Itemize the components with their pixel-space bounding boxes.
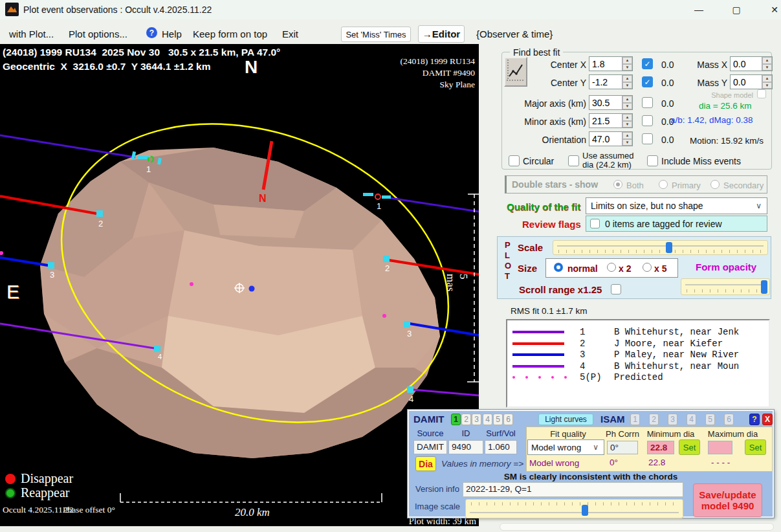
help-icon[interactable]: ? — [146, 27, 157, 38]
include-miss-checkbox[interactable] — [647, 155, 658, 166]
min-dia-field[interactable]: 22.8 — [647, 441, 674, 454]
save-update-button[interactable]: Save/update model 9490 — [693, 483, 762, 517]
mass-y-field[interactable]: ▲▼ — [730, 74, 773, 89]
center-y-input[interactable] — [589, 75, 622, 89]
set-max-button[interactable]: Set — [745, 439, 766, 455]
light-curves-button[interactable]: Light curves — [538, 414, 593, 425]
damit-model-4-button[interactable]: 4 — [483, 414, 492, 425]
review-flags-checkbox[interactable] — [590, 219, 600, 228]
observer-number: 5(P) — [580, 372, 602, 382]
isam-3-button[interactable]: 3 — [668, 414, 677, 425]
size-normal-radio[interactable] — [554, 263, 563, 272]
menu-exit[interactable]: Exit — [282, 28, 298, 39]
observer-row[interactable]: 5(P) Predicted — [507, 371, 769, 383]
spin-up-icon[interactable]: ▲ — [622, 132, 632, 139]
minor-axis-input[interactable] — [589, 114, 622, 127]
spin-down-icon[interactable]: ▼ — [622, 64, 632, 71]
isam-2-button[interactable]: 2 — [649, 414, 659, 425]
observer-row[interactable]: 1 B Whitehurst, near Jenk — [507, 326, 769, 338]
center-x-field[interactable]: ▲▼ — [589, 56, 633, 71]
orientation-input[interactable] — [589, 132, 622, 146]
major-axis-checkbox[interactable] — [642, 97, 653, 108]
sky-plane-plot[interactable]: (24018) 1999 RU134 2025 Nov 30 30.5 x 21… — [0, 44, 479, 526]
isam-4-button[interactable]: 4 — [687, 414, 696, 425]
primary-radio[interactable] — [659, 180, 668, 189]
spin-up-icon[interactable]: ▲ — [622, 75, 632, 82]
observer-row[interactable]: 2 J Moore, near Kiefer — [507, 338, 769, 349]
plot-letter-o: O — [505, 261, 511, 271]
form-opacity-thumb[interactable] — [761, 280, 767, 294]
damit-help-icon[interactable]: ? — [749, 414, 760, 425]
shape-model-checkbox[interactable] — [757, 89, 766, 98]
both-radio[interactable] — [613, 180, 622, 189]
observer-list[interactable]: 1 B Whitehurst, near Jenk 2 J Moore, nea… — [506, 319, 770, 408]
major-axis-field[interactable]: ▲▼ — [589, 95, 633, 110]
editor-button[interactable]: →Editor — [418, 25, 465, 43]
max-dia-field[interactable] — [708, 441, 732, 454]
isam-5-button[interactable]: 5 — [705, 414, 715, 425]
scale-slider-thumb[interactable] — [666, 242, 672, 253]
mass-x-input[interactable] — [731, 57, 762, 71]
close-icon[interactable]: ✕ — [765, 3, 781, 17]
form-opacity-slider[interactable] — [681, 278, 770, 295]
circular-checkbox[interactable] — [509, 155, 520, 166]
observer-row[interactable]: 3 P Maley, near New River — [507, 349, 769, 360]
set-min-button[interactable]: Set — [679, 439, 700, 455]
image-scale-slider[interactable] — [465, 499, 683, 518]
damit-close-icon[interactable]: X — [762, 414, 773, 425]
minor-axis-field[interactable]: ▲▼ — [589, 113, 633, 128]
major-axis-input[interactable] — [589, 96, 622, 109]
spin-down-icon[interactable]: ▼ — [622, 139, 632, 146]
chord-4-label: 4 — [158, 353, 162, 360]
menu-plot-options[interactable]: Plot options... — [69, 28, 127, 39]
damit-model-6-button[interactable]: 6 — [503, 414, 513, 425]
spin-up-icon[interactable]: ▲ — [762, 57, 772, 64]
center-x-checkbox[interactable]: ✓ — [642, 58, 653, 69]
center-x-input[interactable] — [589, 57, 622, 71]
size-x5-radio[interactable] — [643, 263, 652, 272]
center-y-field[interactable]: ▲▼ — [589, 74, 633, 89]
spin-up-icon[interactable]: ▲ — [622, 96, 632, 103]
spin-up-icon[interactable]: ▲ — [622, 57, 632, 64]
version-info-field[interactable]: 2022-11-29, Q=1 — [463, 482, 683, 497]
ph-corrn-field[interactable]: 0° — [607, 441, 638, 454]
quality-dropdown[interactable]: Limits on size, but no shape ∨ — [586, 197, 767, 214]
orientation-checkbox[interactable] — [642, 133, 653, 144]
observer-row[interactable]: 4 B Whitehurst, near Moun — [507, 360, 769, 372]
center-y-checkbox[interactable]: ✓ — [642, 76, 653, 87]
orientation-field[interactable]: ▲▼ — [589, 131, 633, 146]
scroll-range-checkbox[interactable] — [611, 284, 621, 294]
damit-model-1-button[interactable]: 1 — [451, 414, 461, 425]
mass-x-field[interactable]: ▲▼ — [730, 56, 773, 71]
use-assumed-checkbox[interactable] — [568, 155, 579, 166]
menu-keep-on-top[interactable]: Keep form on top — [193, 28, 267, 39]
size-x2-radio[interactable] — [607, 263, 616, 272]
minimize-icon[interactable]: — — [689, 3, 709, 17]
isam-6-button[interactable]: 6 — [724, 414, 734, 425]
spin-down-icon[interactable]: ▼ — [622, 82, 632, 89]
set-miss-times-button[interactable]: Set 'Miss' Times — [341, 27, 411, 42]
spin-down-icon[interactable]: ▼ — [762, 64, 772, 71]
dia-button[interactable]: Dia — [415, 456, 436, 471]
menu-help[interactable]: Help — [162, 28, 182, 39]
fit-quality-dropdown[interactable]: Model wrong ∨ — [527, 439, 604, 455]
maximize-icon[interactable]: ▢ — [727, 3, 746, 17]
menu-with-plot[interactable]: with Plot... — [9, 28, 54, 39]
spin-up-icon[interactable]: ▲ — [622, 114, 632, 121]
size-label: Size — [518, 263, 537, 274]
scale-slider[interactable] — [553, 240, 768, 255]
plot-subtitle: Geocentric X 3216.0 ±0.7 Y 3644.1 ±1.2 k… — [3, 61, 210, 72]
spin-down-icon[interactable]: ▼ — [762, 82, 772, 89]
minor-axis-checkbox[interactable] — [642, 115, 653, 126]
spin-up-icon[interactable]: ▲ — [762, 75, 772, 82]
isam-1-button[interactable]: 1 — [630, 414, 640, 425]
mass-y-input[interactable] — [731, 75, 762, 89]
spin-down-icon[interactable]: ▼ — [622, 121, 632, 128]
damit-model-3-button[interactable]: 3 — [472, 414, 481, 425]
secondary-radio[interactable] — [710, 180, 720, 189]
spin-down-icon[interactable]: ▼ — [622, 103, 632, 110]
image-scale-thumb[interactable] — [582, 505, 588, 516]
damit-model-5-button[interactable]: 5 — [493, 414, 503, 425]
horizontal-scrollbar[interactable] — [500, 523, 774, 531]
damit-model-2-button[interactable]: 2 — [461, 414, 471, 425]
